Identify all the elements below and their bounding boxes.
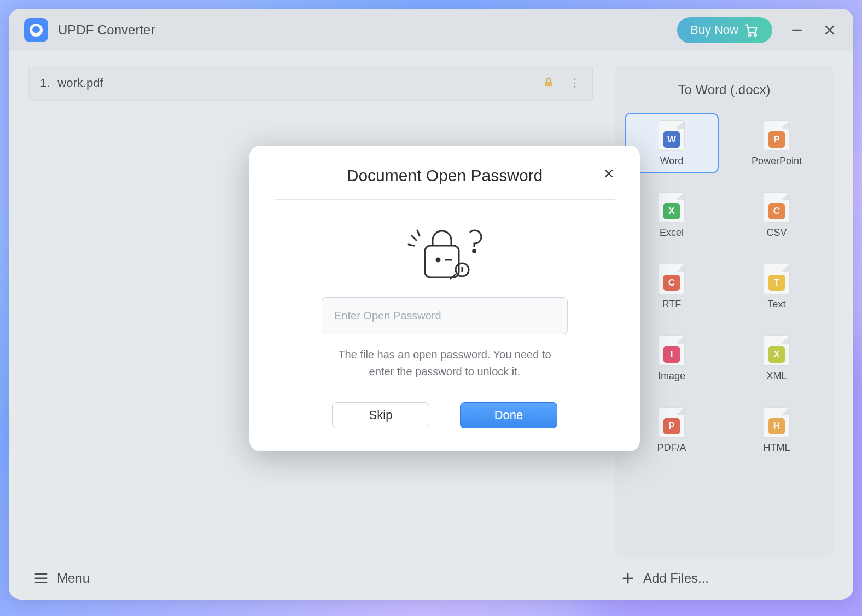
minimize-button[interactable] xyxy=(789,22,805,38)
format-label: RTF xyxy=(662,299,682,310)
password-modal: Document Open Password The file xyxy=(249,146,640,451)
format-option-xml[interactable]: X XML xyxy=(730,328,824,388)
app-logo-icon xyxy=(24,18,48,42)
format-icon-pdfa: P xyxy=(659,407,685,438)
modal-close-button[interactable] xyxy=(603,167,615,182)
format-icon-html: H xyxy=(764,407,790,438)
lock-icon xyxy=(543,77,556,90)
modal-help-text: The file has an open password. You need … xyxy=(324,346,565,380)
done-button[interactable]: Done xyxy=(460,402,557,428)
close-window-button[interactable] xyxy=(822,22,838,38)
cart-icon xyxy=(744,22,759,38)
add-files-label: Add Files... xyxy=(643,571,709,586)
menu-button[interactable]: Menu xyxy=(33,570,90,586)
titlebar: UPDF Converter Buy Now xyxy=(9,9,853,51)
format-icon-text: T xyxy=(764,264,790,294)
svg-point-0 xyxy=(749,34,751,36)
format-option-powerpoint[interactable]: P PowerPoint xyxy=(730,113,824,173)
file-name: work.pdf xyxy=(57,76,543,90)
svg-line-20 xyxy=(417,230,420,236)
format-icon-excel: X xyxy=(659,192,685,223)
lock-question-icon xyxy=(275,225,615,282)
format-label: XML xyxy=(766,370,787,382)
file-index: 1. xyxy=(40,76,50,90)
more-options-icon[interactable]: ⋮ xyxy=(569,76,581,90)
format-label: Word xyxy=(660,155,684,167)
format-label: PDF/A xyxy=(657,442,686,454)
format-icon-powerpoint: P xyxy=(764,120,790,151)
format-option-csv[interactable]: C CSV xyxy=(730,184,824,245)
svg-line-21 xyxy=(409,245,414,246)
modal-title: Document Open Password xyxy=(347,166,543,185)
file-row[interactable]: 1. work.pdf ⋮ xyxy=(28,66,593,101)
format-option-html[interactable]: H HTML xyxy=(730,399,824,460)
svg-line-19 xyxy=(412,236,416,240)
format-label: PowerPoint xyxy=(752,155,802,167)
svg-point-14 xyxy=(436,258,440,261)
format-label: Excel xyxy=(660,227,684,239)
menu-label: Menu xyxy=(57,571,90,586)
format-icon-rtf: C xyxy=(659,264,685,294)
format-icon-xml: X xyxy=(764,335,790,366)
format-option-text[interactable]: T Text xyxy=(730,256,824,317)
buy-now-button[interactable]: Buy Now xyxy=(677,17,772,43)
svg-rect-13 xyxy=(425,246,459,277)
hamburger-icon xyxy=(33,570,49,586)
plus-icon xyxy=(620,571,636,586)
footer: Menu Add Files... xyxy=(9,557,853,600)
format-label: Text xyxy=(767,299,785,310)
format-panel: To Word (.docx) W Word P PowerPoint X Ex… xyxy=(615,66,834,557)
format-icon-word: W xyxy=(659,120,685,151)
svg-point-18 xyxy=(473,250,476,253)
format-label: Image xyxy=(658,370,685,382)
format-label: CSV xyxy=(766,227,787,239)
skip-button[interactable]: Skip xyxy=(332,402,429,428)
buy-now-label: Buy Now xyxy=(690,23,738,37)
svg-point-1 xyxy=(754,34,756,36)
format-panel-title: To Word (.docx) xyxy=(625,82,824,97)
app-window: UPDF Converter Buy Now 1. work.pdf ⋮ xyxy=(9,9,853,600)
password-input[interactable] xyxy=(322,297,568,334)
app-title: UPDF Converter xyxy=(58,22,155,38)
format-label: HTML xyxy=(764,442,790,454)
format-icon-image: I xyxy=(659,335,685,366)
svg-rect-5 xyxy=(545,82,552,86)
format-icon-csv: C xyxy=(764,192,790,223)
add-files-button[interactable]: Add Files... xyxy=(620,571,709,586)
